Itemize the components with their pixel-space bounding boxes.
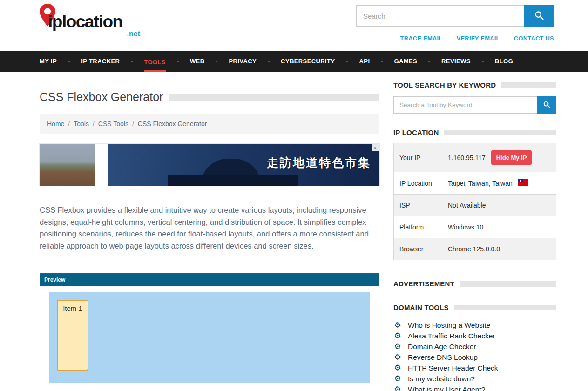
hide-my-ip-button[interactable]: Hide My IP [491, 150, 532, 165]
domain-tool-who-is-hosting[interactable]: ⚙ Who is Hosting a Website [393, 320, 556, 330]
ip-location-value: Taipei, Taiwan, Taiwan [448, 180, 513, 187]
flex-container-preview[interactable]: Item 1 [49, 292, 370, 383]
title-decorative-bar [169, 94, 379, 101]
site-logo[interactable]: iplocation .net [40, 4, 147, 47]
nav-item-privacy[interactable]: PRIVACY [229, 51, 257, 72]
nav-separator [346, 61, 348, 62]
contact-us-link[interactable]: CONTACT US [514, 35, 554, 42]
nav-item-blog[interactable]: BLOG [495, 51, 513, 72]
table-row: ISP Not Available [394, 195, 556, 216]
advertisement-heading-row: ADVERTISEMENT [393, 280, 556, 288]
nav-separator [131, 61, 133, 62]
logo-text: iplocation [48, 12, 122, 32]
gear-icon: ⚙ [393, 321, 402, 329]
ad-choices-icon[interactable]: ▸ [372, 144, 379, 151]
tool-search [393, 96, 556, 114]
site-search [356, 5, 554, 27]
isp-value: Not Available [442, 195, 556, 216]
header-links: TRACE EMAIL VERIFY EMAIL CONTACT US [400, 35, 554, 42]
domain-tool-reverse-dns[interactable]: ⚙ Reverse DNS Lookup [393, 352, 556, 363]
breadcrumb: Home / Tools / CSS Tools / CSS Flexbox G… [40, 114, 379, 134]
main-content: CSS Flexbox Generator Home / Tools / CSS… [40, 72, 379, 391]
nav-separator [428, 61, 430, 62]
gear-icon: ⚙ [393, 332, 402, 340]
ad-building-silhouette [201, 159, 261, 186]
advertisement-heading: ADVERTISEMENT [393, 280, 454, 288]
heading-decorative-bar [454, 305, 556, 310]
nav-item-cybersecurity[interactable]: CYBERSECURITY [281, 51, 335, 72]
breadcrumb-separator: / [132, 120, 134, 128]
site-search-button[interactable] [524, 5, 554, 27]
domain-tools-heading-row: DOMAIN TOOLS [393, 303, 556, 311]
domain-tools-list: ⚙ Who is Hosting a Website ⚙ Alexa Traff… [393, 320, 556, 391]
ad-text: 走訪地道特色市集 [267, 155, 371, 170]
table-row: Platform Windows 10 [394, 216, 556, 238]
ad-main-image: 走訪地道特色市集 [108, 144, 379, 186]
breadcrumb-separator: / [68, 120, 70, 128]
heading-decorative-bar [444, 130, 556, 135]
breadcrumb-home[interactable]: Home [47, 120, 64, 128]
table-row: IP Location Taipei, Taiwan, Taiwan [394, 172, 556, 195]
trace-email-link[interactable]: TRACE EMAIL [400, 35, 443, 42]
verify-email-link[interactable]: VERIFY EMAIL [457, 35, 500, 42]
logo-tld: .net [127, 30, 140, 38]
domain-tool-http-header[interactable]: ⚙ HTTP Server Header Check [393, 363, 556, 373]
tool-search-heading-row: TOOL SEARCH BY KEYWORD [393, 81, 556, 89]
site-header: iplocation .net TRACE EMAIL VERIFY EMAIL… [0, 0, 588, 51]
row-label: Your IP [394, 143, 442, 172]
search-icon [543, 101, 551, 110]
preview-panel-body: Item 1 [40, 286, 379, 391]
ip-info-table: Your IP 1.160.95.117 Hide My IP IP Locat… [393, 143, 556, 260]
flexbox-preview-panel: Preview Item 1 [40, 273, 379, 391]
nav-item-my-ip[interactable]: MY IP [40, 51, 57, 72]
breadcrumb-css-tools[interactable]: CSS Tools [98, 120, 128, 128]
taiwan-flag-icon [518, 179, 528, 187]
nav-separator [68, 61, 70, 62]
heading-decorative-bar [460, 281, 556, 287]
ip-location-heading-row: IP LOCATION [393, 128, 556, 136]
ad-thumbnail-image [40, 144, 95, 186]
nav-item-web[interactable]: WEB [190, 51, 205, 72]
page-title: CSS Flexbox Generator [40, 90, 163, 104]
row-label: Platform [394, 216, 442, 238]
tool-search-button[interactable] [537, 96, 556, 114]
flex-item-1[interactable]: Item 1 [57, 300, 88, 371]
tool-search-input[interactable] [393, 96, 537, 114]
sidebar: TOOL SEARCH BY KEYWORD IP LOCATION Your … [393, 72, 556, 391]
domain-tool-website-down[interactable]: ⚙ Is my website down? [393, 373, 556, 384]
gear-icon: ⚙ [393, 353, 402, 361]
nav-item-reviews[interactable]: REVIEWS [441, 51, 471, 72]
gear-icon: ⚙ [393, 343, 402, 351]
domain-tool-alexa-rank[interactable]: ⚙ Alexa Traffic Rank Checker [393, 330, 556, 341]
platform-value: Windows 10 [442, 216, 556, 238]
your-ip-value: 1.160.95.117 [448, 154, 486, 162]
nav-item-api[interactable]: API [359, 51, 370, 72]
domain-tool-domain-age[interactable]: ⚙ Domain Age Checker [393, 341, 556, 352]
breadcrumb-tools[interactable]: Tools [74, 120, 89, 128]
nav-separator [381, 61, 383, 62]
ip-location-heading: IP LOCATION [393, 128, 439, 136]
nav-item-ip-tracker[interactable]: IP TRACKER [81, 51, 120, 72]
tool-search-heading: TOOL SEARCH BY KEYWORD [393, 81, 496, 89]
breadcrumb-separator: / [93, 120, 95, 128]
heading-decorative-bar [501, 82, 556, 88]
advertisement-banner[interactable]: 走訪地道特色市集 ▸ [40, 144, 379, 186]
row-label: ISP [394, 195, 442, 216]
tool-description: CSS Flexbox provides a flexible and intu… [40, 204, 379, 252]
domain-tool-user-agent[interactable]: ⚙ What is my User Agent? [393, 384, 556, 391]
gear-icon: ⚙ [393, 364, 402, 372]
nav-separator [268, 61, 270, 62]
gear-icon: ⚙ [393, 375, 402, 383]
table-row: Browser Chrome 125.0.0.0 [394, 238, 556, 260]
page-title-row: CSS Flexbox Generator [40, 90, 379, 104]
nav-item-games[interactable]: GAMES [394, 51, 417, 72]
site-search-input[interactable] [356, 5, 524, 27]
nav-separator [482, 61, 484, 62]
row-label: Browser [394, 238, 442, 260]
row-label: IP Location [394, 172, 442, 195]
nav-item-tools[interactable]: TOOLS [144, 51, 166, 72]
preview-panel-title: Preview [40, 274, 379, 286]
nav-separator [177, 61, 179, 62]
breadcrumb-current: CSS Flexbox Generator [138, 120, 207, 128]
browser-value: Chrome 125.0.0.0 [442, 238, 556, 260]
